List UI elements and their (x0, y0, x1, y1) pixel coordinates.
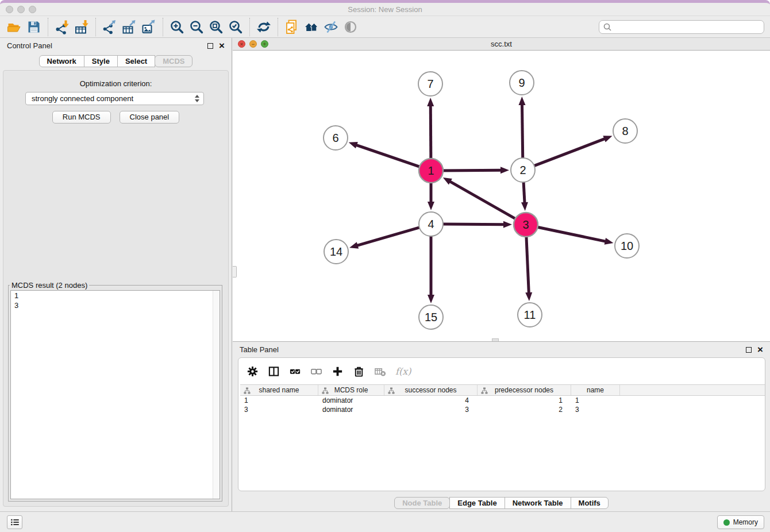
node-3[interactable]: 3 (514, 213, 538, 237)
edge-1-2[interactable] (441, 167, 509, 174)
select-all-columns-button[interactable] (289, 364, 301, 378)
home-button[interactable] (302, 18, 321, 36)
edge-1-7[interactable] (427, 98, 434, 160)
optimization-criterion-label: Optimization criterion: (3, 79, 228, 88)
task-history-button[interactable] (7, 515, 22, 529)
table-settings-button[interactable] (247, 364, 259, 378)
column-header-shared-name[interactable]: shared name (240, 385, 318, 395)
node-11[interactable]: 11 (518, 303, 542, 327)
table-cell[interactable]: 1 (240, 396, 318, 405)
control-tab-select[interactable]: Select (117, 55, 155, 67)
search-input[interactable] (612, 21, 764, 33)
table-cell[interactable]: 4 (384, 396, 478, 405)
column-header-label: MCDS role (334, 386, 368, 394)
criterion-dropdown[interactable]: strongly connected component (25, 92, 204, 105)
column-header-name[interactable]: name (571, 385, 620, 395)
edge-1-4[interactable] (428, 181, 434, 210)
network-graph[interactable]: 7968124314101511 (233, 51, 770, 341)
zoom-fit-icon (209, 20, 224, 34)
table-float-panel-icon[interactable] (746, 347, 752, 353)
table-cell[interactable]: 1 (571, 396, 620, 405)
import-table-button[interactable] (72, 18, 91, 36)
toggle-column-panel-button[interactable] (268, 364, 280, 378)
search-icon (603, 22, 612, 32)
mcds-result-group: MCDS result (2 nodes) 13 (8, 281, 222, 502)
table-tab-node-table[interactable]: Node Table (394, 497, 450, 509)
vertical-splitter-handle[interactable] (233, 266, 237, 277)
open-session-button[interactable] (5, 18, 24, 36)
control-tab-network[interactable]: Network (39, 55, 84, 67)
import-network-button[interactable] (52, 18, 72, 36)
edge-3-1[interactable] (443, 178, 517, 219)
open-icon (7, 20, 22, 34)
titlebar: Session: New Session (0, 3, 770, 16)
edge-2-8[interactable] (533, 136, 613, 166)
node-8[interactable]: 8 (613, 119, 637, 143)
save-icon (26, 20, 41, 34)
open-network-file-button[interactable] (282, 18, 302, 36)
edge-3-11[interactable] (525, 235, 532, 301)
memory-button[interactable]: Memory (717, 515, 764, 529)
node-label: 2 (519, 164, 526, 176)
float-panel-icon[interactable] (207, 43, 213, 49)
run-mcds-button[interactable]: Run MCDS (52, 111, 111, 124)
table-cell[interactable]: 1 (478, 396, 571, 405)
node-4[interactable]: 4 (419, 212, 443, 236)
hide-selected-button[interactable] (321, 18, 341, 36)
control-tab-style[interactable]: Style (84, 55, 118, 67)
table-cell[interactable]: 2 (478, 405, 571, 414)
zoom-selected-button[interactable] (226, 18, 245, 36)
table-row: 3dominator323 (240, 405, 765, 414)
node-7[interactable]: 7 (418, 72, 442, 96)
edge-2-3[interactable] (521, 180, 528, 211)
network-canvas[interactable]: 7968124314101511 (233, 51, 770, 341)
zoom-out-button[interactable] (187, 18, 206, 36)
mcds-result-area[interactable]: 13 (10, 290, 220, 499)
table-close-panel-icon[interactable]: × (757, 344, 763, 356)
close-panel-button[interactable]: Close panel (120, 111, 180, 124)
add-column-button[interactable] (332, 364, 344, 378)
close-panel-icon[interactable]: × (219, 40, 225, 52)
home-icon (304, 20, 319, 34)
node-6[interactable]: 6 (324, 126, 348, 150)
edge-4-15[interactable] (428, 234, 434, 303)
edge-3-10[interactable] (536, 227, 614, 245)
table-cell[interactable]: dominator (318, 396, 384, 405)
edge-4-14[interactable] (349, 227, 421, 249)
edge-1-6[interactable] (349, 142, 421, 167)
result-scrollbar[interactable] (213, 291, 220, 499)
delete-column-button[interactable] (353, 364, 365, 378)
edge-2-9[interactable] (519, 97, 526, 160)
zoom-fit-button[interactable] (206, 18, 226, 36)
table-tab-network-table[interactable]: Network Table (505, 497, 571, 509)
node-9[interactable]: 9 (510, 71, 534, 95)
column-header-label: name (587, 386, 604, 394)
column-header-successor-nodes[interactable]: successor nodes (384, 385, 478, 395)
empty-boxes-icon (310, 365, 322, 377)
control-panel-title: Control Panel (7, 38, 52, 54)
zoom-in-button[interactable] (167, 18, 187, 36)
node-14[interactable]: 14 (324, 240, 348, 264)
export-image-button[interactable] (139, 18, 159, 36)
export-table-button[interactable] (120, 18, 139, 36)
deselect-all-columns-button[interactable] (310, 364, 322, 378)
search-box[interactable] (599, 20, 764, 34)
table-cell[interactable]: 3 (240, 405, 318, 414)
control-tab-mcds[interactable]: MCDS (155, 55, 192, 67)
node-1[interactable]: 1 (419, 159, 443, 183)
import-table-icon (74, 20, 89, 34)
column-header-mcds-role[interactable]: MCDS role (318, 385, 384, 395)
export-network-button[interactable] (100, 18, 120, 36)
table-cell[interactable]: dominator (318, 405, 384, 414)
node-2[interactable]: 2 (511, 158, 535, 182)
table-cell[interactable]: 3 (571, 405, 620, 414)
table-tab-motifs[interactable]: Motifs (571, 497, 609, 509)
table-tab-edge-table[interactable]: Edge Table (449, 497, 505, 509)
column-header-predecessor-nodes[interactable]: predecessor nodes (478, 385, 571, 395)
edge-4-3[interactable] (441, 221, 512, 228)
save-session-button[interactable] (24, 18, 44, 36)
table-cell[interactable]: 3 (384, 405, 478, 414)
refresh-view-button[interactable] (254, 18, 274, 36)
node-10[interactable]: 10 (615, 234, 639, 258)
node-15[interactable]: 15 (419, 305, 443, 329)
